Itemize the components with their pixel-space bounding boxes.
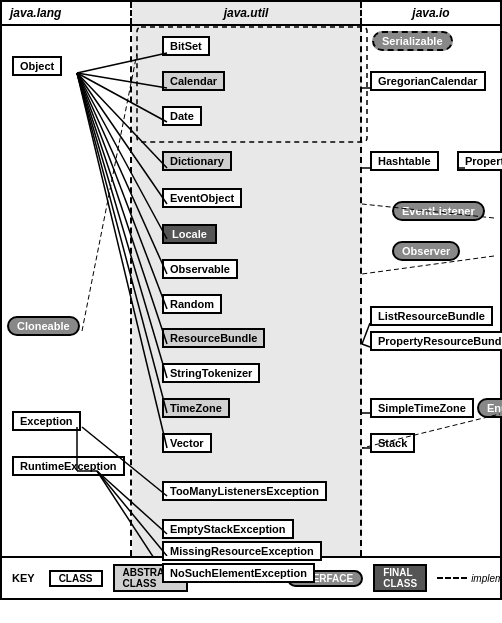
string-tokenizer-class: StringTokenizer (162, 363, 260, 383)
list-resource-bundle-class: ListResourceBundle (370, 306, 493, 326)
resource-bundle-class: ResourceBundle (162, 328, 265, 348)
legend-final-box: FINAL CLASS (373, 564, 427, 592)
event-object-class: EventObject (162, 188, 242, 208)
legend-implements-line (437, 577, 467, 579)
observer-interface: Observer (392, 241, 460, 261)
legend-key-label: KEY (12, 572, 35, 584)
enumeration-interface: Enumeration (477, 398, 502, 418)
hashtable-class: Hashtable (370, 151, 439, 171)
property-resource-bundle-class: PropertyResourceBundle (370, 331, 502, 351)
dictionary-class: Dictionary (162, 151, 232, 171)
serializable-interface: Serializable (372, 31, 453, 51)
calendar-class: Calendar (162, 71, 225, 91)
legend-implements-label: implements (471, 573, 502, 584)
vector-class: Vector (162, 433, 212, 453)
java-util-header: java.util (132, 2, 362, 24)
observable-class: Observable (162, 259, 238, 279)
stack-class: Stack (370, 433, 415, 453)
column-headers: java.lang java.util java.io (2, 2, 500, 26)
missing-resource-class: MissingResourceException (162, 541, 322, 561)
java-io-lane: Serializable GregorianCalendar Hashtable… (362, 26, 500, 556)
runtime-exception-class: RuntimeException (12, 456, 125, 476)
bitset-class: BitSet (162, 36, 210, 56)
legend-class-box: CLASS (49, 570, 103, 587)
locale-class: Locale (162, 224, 217, 244)
date-class: Date (162, 106, 202, 126)
event-listener-interface: EventListener (392, 201, 485, 221)
legend-implements-item: implements (437, 573, 502, 584)
java-io-header: java.io (362, 2, 500, 24)
exception-class: Exception (12, 411, 81, 431)
no-such-element-class: NoSuchElementException (162, 563, 315, 583)
simple-timezone-class: SimpleTimeZone (370, 398, 474, 418)
cloneable-interface: Cloneable (7, 316, 80, 336)
java-lang-header: java.lang (2, 2, 132, 24)
object-class: Object (12, 56, 62, 76)
empty-stack-class: EmptyStackException (162, 519, 294, 539)
legend-final-item: FINAL CLASS (373, 564, 427, 592)
java-lang-lane: Object Cloneable Exception RuntimeExcept… (2, 26, 132, 556)
random-class: Random (162, 294, 222, 314)
timezone-class: TimeZone (162, 398, 230, 418)
diagram-container: java.lang java.util java.io Object Clone… (0, 0, 502, 600)
java-util-lane: BitSet Calendar Date Dictionary EventObj… (132, 26, 362, 556)
gregorian-calendar-class: GregorianCalendar (370, 71, 486, 91)
properties-class: Properties (457, 151, 502, 171)
main-content: Object Cloneable Exception RuntimeExcept… (2, 26, 500, 556)
legend-class-item: CLASS (49, 570, 103, 587)
too-many-listeners-class: TooManyListenersException (162, 481, 327, 501)
